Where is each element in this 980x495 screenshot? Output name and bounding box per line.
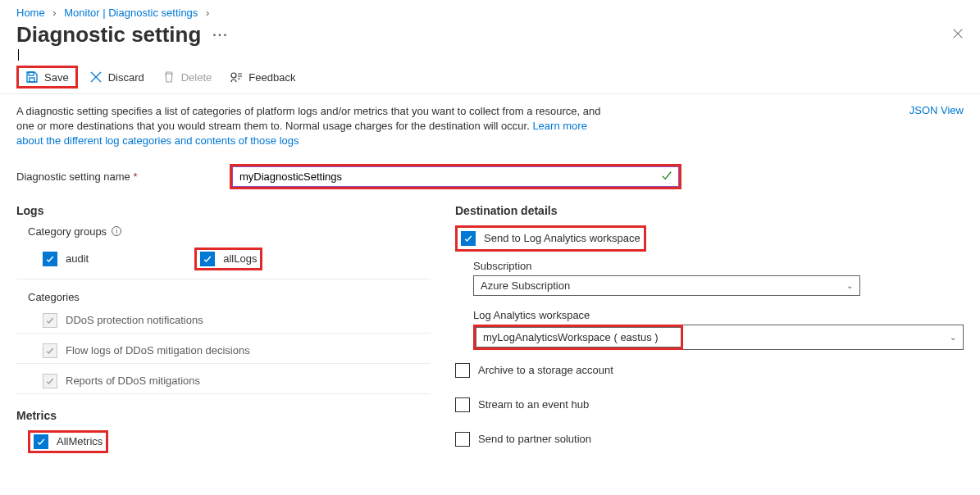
checkbox-partner[interactable] [455, 432, 470, 447]
category-groups-label: Category groups i [16, 225, 431, 238]
alllogs-label: allLogs [223, 252, 257, 265]
feedback-button[interactable]: Feedback [223, 68, 302, 86]
workspace-label: Log Analytics workspace [473, 309, 964, 321]
checkbox-ddos-notifications [43, 313, 57, 328]
checkbox-log-analytics[interactable] [461, 231, 476, 246]
breadcrumb-home[interactable]: Home [16, 7, 45, 19]
breadcrumb-monitor[interactable]: Monitor | Diagnostic settings [64, 7, 198, 19]
setting-name-input[interactable] [232, 166, 679, 187]
cat-flow-logs-label: Flow logs of DDoS mitigation decisions [66, 344, 250, 356]
subscription-dropdown[interactable]: Azure Subscription ⌄ [473, 275, 860, 296]
setting-name-label: Diagnostic setting name * [16, 170, 230, 183]
chevron-down-icon: ⌄ [950, 333, 956, 342]
svg-rect-0 [29, 72, 34, 75]
workspace-dropdown-chevron[interactable]: ⌄ [681, 325, 964, 350]
svg-point-2 [231, 73, 236, 78]
audit-label: audit [66, 252, 89, 265]
partner-label: Send to partner solution [478, 433, 591, 445]
feedback-icon [230, 70, 243, 84]
json-view-link[interactable]: JSON View [909, 104, 964, 116]
logs-heading: Logs [16, 204, 431, 217]
categories-label: Categories [16, 291, 431, 303]
metrics-heading: Metrics [16, 409, 431, 422]
log-analytics-label: Send to Log Analytics workspace [484, 232, 640, 244]
delete-button: Delete [156, 68, 219, 86]
checkbox-reports [43, 374, 57, 388]
chevron-down-icon: ⌄ [846, 281, 853, 290]
discard-button[interactable]: Discard [83, 68, 151, 86]
description-text: A diagnostic setting specifies a list of… [16, 104, 607, 149]
allmetrics-label: AllMetrics [57, 435, 103, 447]
toolbar: Save Discard Delete Feedback [0, 61, 980, 94]
destination-heading: Destination details [455, 204, 964, 217]
storage-label: Archive to a storage account [478, 364, 613, 376]
more-actions-icon[interactable]: ··· [212, 28, 228, 43]
cat-ddos-notifications-label: DDoS protection notifications [66, 314, 203, 326]
svg-rect-1 [30, 78, 34, 82]
close-icon[interactable] [952, 26, 964, 43]
checkbox-audit[interactable] [43, 252, 57, 266]
save-button[interactable]: Save [16, 66, 78, 89]
breadcrumb: Home › Monitor | Diagnostic settings › [0, 0, 980, 22]
chevron-right-icon: › [206, 7, 209, 19]
discard-icon [89, 70, 103, 84]
checkbox-allmetrics[interactable] [34, 434, 48, 449]
delete-icon [162, 70, 175, 84]
page-title: Diagnostic setting ··· [16, 22, 229, 48]
subscription-label: Subscription [473, 260, 964, 272]
info-icon[interactable]: i [112, 226, 121, 236]
save-icon [25, 70, 39, 84]
checkbox-flow-logs [43, 343, 57, 358]
chevron-right-icon: › [52, 7, 56, 19]
checkbox-storage[interactable] [455, 363, 470, 378]
text-caret [18, 49, 19, 61]
checkbox-eventhub[interactable] [455, 397, 470, 412]
valid-check-icon [661, 170, 672, 184]
eventhub-label: Stream to an event hub [478, 398, 589, 411]
checkbox-alllogs[interactable] [200, 252, 215, 266]
cat-reports-label: Reports of DDoS mitigations [66, 375, 200, 387]
workspace-dropdown[interactable]: myLogAnalyticsWorkspace ( eastus ) [476, 327, 681, 347]
